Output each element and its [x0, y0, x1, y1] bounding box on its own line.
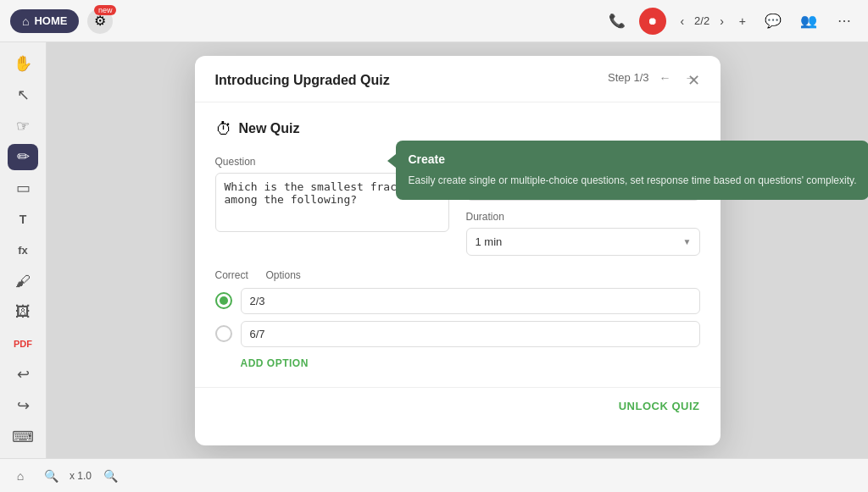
- quiz-dialog: Step 1/3 ← → Introducing Upgraded Quiz ✕…: [195, 56, 721, 445]
- zoom-in-icon[interactable]: 🔍: [98, 464, 122, 488]
- add-page-button[interactable]: +: [734, 13, 751, 30]
- quiz-header: ⏱ New Quiz: [215, 119, 700, 139]
- option-input-1[interactable]: [241, 288, 700, 314]
- more-icon[interactable]: ⋯: [831, 8, 858, 35]
- hand-tool[interactable]: ✋: [8, 51, 38, 77]
- duration-select[interactable]: 30 sec 1 min 2 min 5 min: [466, 228, 700, 256]
- correct-label: Correct: [215, 269, 266, 281]
- option-row-1: [215, 288, 700, 314]
- page-indicator: 2/2: [694, 14, 709, 27]
- page-navigation: ‹ 2/2 › +: [675, 13, 751, 30]
- option-radio-1[interactable]: [215, 292, 232, 309]
- image-tool[interactable]: 🖼: [8, 300, 38, 326]
- home-icon: ⌂: [22, 14, 29, 28]
- brush-tool[interactable]: 🖌: [8, 268, 38, 295]
- options-label: Options: [266, 269, 301, 281]
- option-input-2[interactable]: [241, 321, 700, 347]
- home-label: HOME: [34, 14, 67, 27]
- undo-tool[interactable]: ↩: [8, 362, 38, 388]
- users-icon[interactable]: 👥: [795, 8, 822, 35]
- topbar: ⌂ HOME ⚙ new 📞 ⏺ ‹ 2/2 › + 💬 👥 ⋯: [0, 0, 868, 42]
- chat-icon[interactable]: 💬: [760, 8, 787, 35]
- bottombar: ⌂ 🔍 x 1.0 🔍: [0, 458, 868, 492]
- options-header: Correct Options: [215, 269, 700, 281]
- step-indicator: Step 1/3 ← →: [608, 69, 699, 86]
- phone-icon[interactable]: 📞: [604, 8, 631, 35]
- zoom-level: x 1.0: [70, 470, 92, 482]
- tooltip-box: Create Easily create single or multiple-…: [396, 141, 868, 200]
- pen-tool[interactable]: ✏: [8, 144, 38, 170]
- new-badge: new: [94, 5, 117, 15]
- quiz-title: New Quiz: [239, 121, 300, 136]
- step-text: Step 1/3: [608, 71, 648, 84]
- step-prev-button[interactable]: ←: [656, 69, 675, 86]
- formula-tool[interactable]: fx: [8, 237, 38, 263]
- quiz-icon: ⏱: [215, 119, 232, 139]
- dialog-title: Introducing Upgraded Quiz: [215, 73, 390, 88]
- text-tool[interactable]: T: [8, 206, 38, 232]
- dialog-footer: UNLOCK QUIZ: [195, 387, 721, 424]
- home-button[interactable]: ⌂ HOME: [10, 9, 79, 33]
- next-page-button[interactable]: ›: [715, 13, 729, 30]
- tooltip-container: Create Easily create single or multiple-…: [396, 141, 868, 200]
- main-canvas: Step 1/3 ← → Introducing Upgraded Quiz ✕…: [47, 42, 868, 458]
- tooltip-text: Easily create single or multiple-choice …: [408, 173, 856, 188]
- shape-tool[interactable]: ▭: [8, 175, 38, 202]
- record-button[interactable]: ⏺: [639, 8, 666, 35]
- topbar-right: 📞 ⏺ ‹ 2/2 › + 💬 👥 ⋯: [604, 8, 858, 35]
- pdf-tool[interactable]: PDF: [8, 330, 38, 357]
- option-row-2: [215, 321, 700, 347]
- bottombar-home-icon[interactable]: ⌂: [8, 464, 32, 488]
- step-next-button[interactable]: →: [682, 69, 700, 86]
- prev-page-button[interactable]: ‹: [675, 13, 689, 30]
- pointer-tool[interactable]: ☞: [8, 113, 38, 139]
- sidebar: ✋ ↖ ☞ ✏ ▭ T fx 🖌 🖼 PDF ↩ ↪ ⌨: [0, 42, 47, 458]
- tooltip-title: Create: [408, 152, 856, 166]
- option-radio-2[interactable]: [215, 325, 232, 342]
- settings-area: ⚙ new: [87, 8, 113, 34]
- zoom-out-icon[interactable]: 🔍: [39, 464, 63, 488]
- unlock-quiz-button[interactable]: UNLOCK QUIZ: [619, 400, 700, 412]
- keyboard-tool[interactable]: ⌨: [8, 423, 38, 450]
- add-option-button[interactable]: ADD OPTION: [241, 357, 309, 369]
- redo-tool[interactable]: ↪: [8, 393, 38, 419]
- options-section: Correct Options ADD OPTION: [215, 269, 700, 370]
- tooltip-arrow: [387, 154, 396, 168]
- duration-select-wrapper: 30 sec 1 min 2 min 5 min ▼: [466, 228, 700, 256]
- select-tool[interactable]: ↖: [8, 82, 38, 108]
- duration-label: Duration: [466, 211, 700, 223]
- dialog-overlay: Step 1/3 ← → Introducing Upgraded Quiz ✕…: [47, 42, 868, 458]
